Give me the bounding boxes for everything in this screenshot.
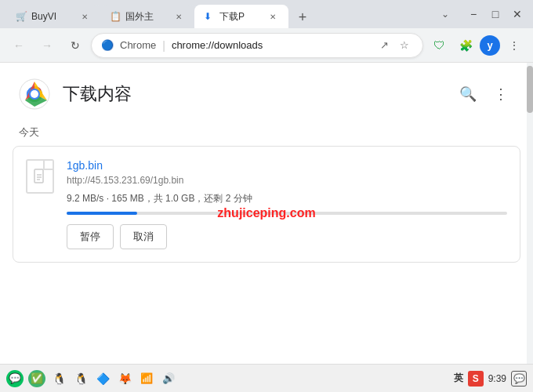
more-options-button[interactable]: ⋮ — [488, 81, 514, 107]
sogou-icon[interactable]: S — [468, 371, 484, 387]
tab-buyvi[interactable]: 🛒 BuyVI ✕ — [6, 5, 100, 28]
tab3-close[interactable]: ✕ — [266, 10, 279, 23]
taskbar-firefox[interactable]: 🦊 — [116, 370, 133, 387]
scrollbar-track[interactable] — [527, 63, 533, 364]
taskbar-qq[interactable]: 🐧 — [50, 370, 67, 387]
page-content: 下载内容 🔍 ⋮ 今天 1gb.bin http://45.153.231.69… — [0, 63, 533, 364]
bookmark-icon[interactable]: ☆ — [396, 37, 413, 54]
taskbar: 💬 ✅ 🐧 🐧 🔷 🦊 📶 🔊 英 S 9:39 💬 — [0, 364, 533, 392]
taskbar-qq2[interactable]: 🐧 — [72, 370, 89, 387]
section-today: 今天 — [0, 122, 533, 146]
lock-icon: 🔵 — [101, 39, 114, 52]
page-header: 下载内容 🔍 ⋮ — [0, 63, 533, 122]
minimize-button[interactable]: − — [464, 5, 483, 24]
tab1-label: BuyVI — [31, 11, 56, 22]
taskbar-wechat[interactable]: 💬 — [6, 370, 24, 387]
taskbar-time: 9:39 — [488, 373, 506, 384]
tab2-label: 国外主 — [125, 10, 154, 24]
taskbar-icons: 💬 ✅ 🐧 🐧 🔷 🦊 📶 🔊 — [6, 370, 449, 387]
download-status: 9.2 MB/s · 165 MB，共 1.0 GB，还剩 2 分钟 — [67, 192, 507, 205]
pause-button[interactable]: 暂停 — [67, 224, 114, 249]
address-divider: | — [162, 39, 165, 52]
taskbar-right: 英 S 9:39 💬 — [454, 371, 527, 387]
address-actions: ↗ ☆ — [375, 37, 413, 54]
tab3-label: 下载P — [219, 10, 245, 24]
notification-icon[interactable]: 💬 — [511, 371, 527, 387]
back-button[interactable]: ← — [6, 33, 31, 58]
toolbar-right: 🛡 🧩 y ⋮ — [426, 33, 527, 58]
tab2-close[interactable]: ✕ — [172, 10, 185, 23]
tab2-favicon: 📋 — [110, 11, 121, 22]
reload-button[interactable]: ↻ — [63, 33, 88, 58]
chrome-logo — [19, 78, 50, 110]
download-item: 1gb.bin http://45.153.231.69/1gb.bin 9.2… — [13, 146, 520, 263]
page-title: 下载内容 — [63, 82, 132, 106]
profile-button[interactable]: y — [480, 35, 500, 56]
close-button[interactable]: ✕ — [508, 5, 527, 24]
menu-icon[interactable]: ⋮ — [502, 33, 527, 58]
maximize-button[interactable]: □ — [486, 5, 505, 24]
tab1-favicon: 🛒 — [16, 11, 27, 22]
progress-bar-fill — [67, 212, 137, 215]
download-url: http://45.153.231.69/1gb.bin — [67, 175, 507, 186]
taskbar-360[interactable]: ✅ — [28, 370, 45, 387]
taskbar-bluetooth[interactable]: 🔷 — [94, 370, 111, 387]
page-header-actions: 🔍 ⋮ — [455, 81, 514, 107]
search-button[interactable]: 🔍 — [455, 81, 481, 107]
tab3-favicon: ⬇ — [204, 11, 215, 22]
address-bar[interactable]: 🔵 Chrome | chrome://downloads ↗ ☆ — [91, 33, 423, 58]
svg-rect-6 — [34, 169, 43, 183]
lang-indicator[interactable]: 英 — [454, 372, 463, 385]
forward-button[interactable]: → — [34, 33, 60, 58]
tab-overflow-button[interactable]: ⌄ — [436, 5, 455, 24]
file-icon — [26, 159, 54, 194]
address-url: chrome://downloads — [172, 39, 263, 51]
navbar: ← → ↻ 🔵 Chrome | chrome://downloads ↗ ☆ … — [0, 28, 533, 63]
share-icon[interactable]: ↗ — [375, 37, 393, 54]
taskbar-volume[interactable]: 🔊 — [160, 370, 177, 387]
progress-bar-container — [67, 212, 507, 215]
svg-point-5 — [31, 90, 38, 98]
tab-strip: 🛒 BuyVI ✕ 📋 国外主 ✕ ⬇ 下载P ✕ + — [6, 0, 436, 28]
download-info: 1gb.bin http://45.153.231.69/1gb.bin 9.2… — [67, 159, 507, 249]
taskbar-wifi[interactable]: 📶 — [138, 370, 155, 387]
tab1-close[interactable]: ✕ — [78, 10, 91, 23]
titlebar: 🛒 BuyVI ✕ 📋 国外主 ✕ ⬇ 下载P ✕ + ⌄ − □ ✕ — [0, 0, 533, 28]
extensions-icon[interactable]: 🧩 — [453, 33, 478, 58]
window-controls: − □ ✕ — [464, 5, 527, 24]
site-name: Chrome — [120, 39, 156, 51]
download-actions: 暂停 取消 — [67, 224, 507, 249]
tab-downloads[interactable]: ⬇ 下载P ✕ — [194, 5, 288, 28]
shield-icon[interactable]: 🛡 — [426, 33, 451, 58]
cancel-button[interactable]: 取消 — [120, 224, 167, 249]
new-tab-button[interactable]: + — [292, 6, 314, 28]
tab-guowai[interactable]: 📋 国外主 ✕ — [100, 5, 194, 28]
download-filename[interactable]: 1gb.bin — [67, 159, 507, 172]
scrollbar-thumb[interactable] — [527, 66, 533, 113]
